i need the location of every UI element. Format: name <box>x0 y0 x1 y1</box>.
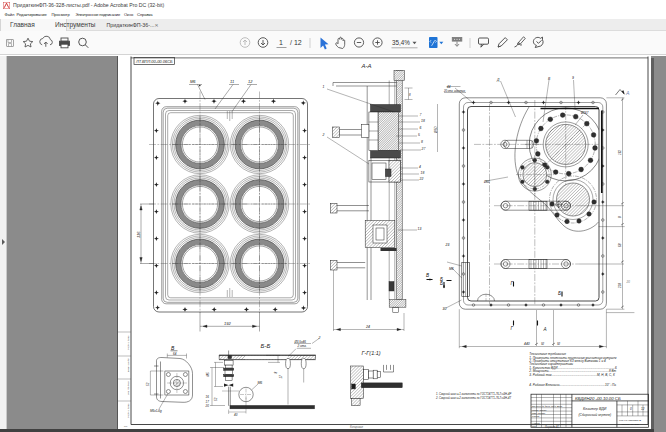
svg-text:1: 1 <box>323 85 325 89</box>
svg-text:Инв. № дубл.: Инв. № дубл. <box>127 381 129 395</box>
svg-text:М6: М6 <box>190 79 196 84</box>
svg-text:4. Рабочая Величина...........: 4. Рабочая Величина.....................… <box>529 383 616 387</box>
svg-text:162: 162 <box>618 150 622 155</box>
svg-text:Д: Д <box>496 78 500 82</box>
svg-text:2. Сварной шов №2 выполнять п: 2. Сварной шов №2 выполнять по ГОСТ14771… <box>435 396 511 400</box>
svg-text:3. Рабочий ток................: 3. Рабочий ток..........................… <box>529 373 615 377</box>
svg-text:18: 18 <box>421 171 425 175</box>
svg-text:218: 218 <box>618 283 622 289</box>
svg-text:Копировал: Копировал <box>350 425 363 429</box>
svg-text:12: 12 <box>641 407 645 411</box>
svg-text:13: 13 <box>418 227 422 231</box>
svg-text:27: 27 <box>421 147 426 151</box>
svg-text:8: 8 <box>274 372 278 374</box>
svg-text:В: В <box>548 77 551 81</box>
svg-text:68: 68 <box>618 243 622 247</box>
svg-text:30: 30 <box>443 307 447 311</box>
svg-text:11: 11 <box>230 79 234 84</box>
svg-text:5: 5 <box>418 133 420 137</box>
svg-text:Подп. и дата: Подп. и дата <box>127 335 129 350</box>
svg-text:8: 8 <box>618 216 622 218</box>
svg-text:М5: М5 <box>206 372 210 376</box>
svg-text:/ 12: / 12 <box>290 39 302 46</box>
svg-text:1. Сварной шов №1 выполнять п: 1. Сварной шов №1 выполнять по ГОСТ14771… <box>436 392 511 396</box>
svg-text:Взам. инв.№: Взам. инв.№ <box>127 358 129 372</box>
svg-text:Б-Б: Б-Б <box>261 343 271 349</box>
svg-text:18: 18 <box>421 119 425 123</box>
svg-text:ЛТ: ЛТ <box>123 425 128 428</box>
svg-text:Б: Б <box>440 281 443 286</box>
svg-text:Ø50: Ø50 <box>434 126 438 134</box>
svg-text:В: В <box>171 345 175 351</box>
svg-text:В: В <box>426 273 429 278</box>
svg-text:440: 440 <box>524 342 530 346</box>
svg-text:52: 52 <box>146 382 150 386</box>
svg-text:8: 8 <box>409 93 411 97</box>
svg-text:12: 12 <box>248 79 253 84</box>
svg-text:22: 22 <box>419 177 424 181</box>
svg-text:8: 8 <box>421 140 423 144</box>
svg-text:52: 52 <box>214 397 218 401</box>
svg-text:17: 17 <box>279 375 283 379</box>
svg-text:Б: Б <box>558 291 561 296</box>
svg-text:116: 116 <box>136 231 141 238</box>
svg-text:Утв.: Утв. <box>532 425 537 427</box>
svg-text:92: 92 <box>541 342 545 346</box>
svg-text:группа ЛИ-В26: группа ЛИ-В26 <box>622 423 640 426</box>
svg-text:6: 6 <box>420 126 422 130</box>
svg-text:35,4%: 35,4% <box>392 39 410 46</box>
svg-text:92: 92 <box>557 342 561 346</box>
svg-text:0: 0 <box>630 407 632 411</box>
svg-text:КВДИН20 -00.10.00 СБ: КВДИН20 -00.10.00 СБ <box>575 396 621 401</box>
svg-text:Ø167: Ø167 <box>580 111 589 115</box>
svg-text:Подп. и дата: Подп. и дата <box>127 403 129 418</box>
svg-text:9: 9 <box>572 76 574 80</box>
svg-text:А: А <box>543 327 547 332</box>
svg-text:Т.контр.: Т.контр. <box>532 415 541 417</box>
svg-text:16: 16 <box>206 395 210 399</box>
svg-text:Г-Г(1:1): Г-Г(1:1) <box>362 350 381 356</box>
svg-text:40: 40 <box>234 413 238 417</box>
svg-text:20: 20 <box>205 404 210 408</box>
svg-text:24: 24 <box>365 325 370 329</box>
svg-text:РГУ иТ (Прилож) В: РГУ иТ (Прилож) В <box>619 419 641 422</box>
svg-text:(Сборочный чертеж): (Сборочный чертеж) <box>579 413 612 417</box>
svg-text:Ø3,5х46: Ø3,5х46 <box>294 340 307 344</box>
svg-text:64: 64 <box>173 352 177 356</box>
svg-text:1: 1 <box>279 39 283 46</box>
svg-text:Н.контр.: Н.контр. <box>532 422 541 424</box>
svg-text:2: 2 <box>318 336 321 340</box>
svg-text:4: 4 <box>419 165 421 169</box>
svg-text:ЛТ.ВПЛ.00-00.06СБ: ЛТ.ВПЛ.00-00.06СБ <box>135 59 173 64</box>
svg-text:М6: М6 <box>258 381 263 385</box>
svg-text:А: А <box>625 90 630 96</box>
svg-text:20: 20 <box>626 280 631 284</box>
svg-text:Пров. Петров: Пров. Петров <box>532 412 545 414</box>
svg-text:2 отв.: 2 отв. <box>297 344 307 348</box>
svg-text:2: 2 <box>322 133 325 137</box>
svg-text:Г: Г <box>511 326 514 331</box>
svg-text:Изм Лист № докум. Подп. Дата: Изм Лист № докум. Подп. Дата <box>532 405 563 407</box>
svg-text:М6х1-6g: М6х1-6g <box>150 409 162 413</box>
svg-text:Кластер ВДИ: Кластер ВДИ <box>583 407 607 411</box>
svg-text:Разраб. Иванов: Разраб. Иванов <box>532 409 547 411</box>
svg-text:23: 23 <box>445 243 450 247</box>
svg-text:192: 192 <box>224 321 231 326</box>
svg-text:А-А: А-А <box>361 63 372 69</box>
svg-text:7: 7 <box>420 113 422 117</box>
svg-text:17: 17 <box>206 400 210 404</box>
